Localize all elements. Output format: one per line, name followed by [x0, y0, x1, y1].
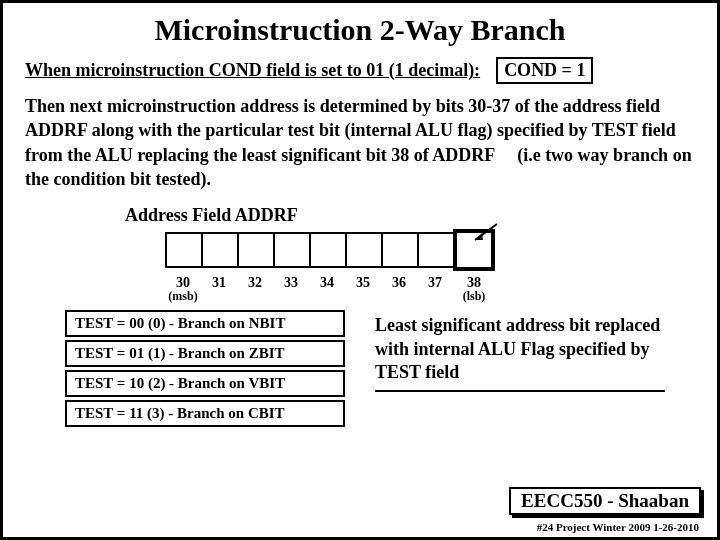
bit-cell — [345, 232, 381, 268]
bit-cell — [165, 232, 201, 268]
cond-box: COND = 1 — [496, 57, 593, 84]
arrow-to-lsb-icon — [471, 222, 505, 244]
svg-marker-1 — [475, 233, 483, 240]
cond-row: When microinstruction COND field is set … — [25, 57, 695, 84]
bit-cell — [417, 232, 453, 268]
footer-box: EECC550 - Shaaban — [509, 487, 701, 515]
when-clause: When microinstruction COND field is set … — [25, 60, 480, 81]
slide-page: Microinstruction 2-Way Branch When micro… — [0, 0, 720, 540]
bit-cells — [165, 232, 695, 271]
test-item: TEST = 10 (2) - Branch on VBIT — [65, 370, 345, 397]
bit-diagram: 30 31 32 33 34 35 36 37 38 (msb) (lsb) — [165, 232, 695, 332]
test-item: TEST = 11 (3) - Branch on CBIT — [65, 400, 345, 427]
bit-cell — [273, 232, 309, 268]
bit-sublabels: (msb) (lsb) — [165, 289, 695, 304]
lsb-label: (lsb) — [453, 289, 495, 304]
page-title: Microinstruction 2-Way Branch — [25, 13, 695, 47]
address-field-label: Address Field ADDRF — [125, 205, 695, 226]
bit-cell — [309, 232, 345, 268]
bit-cell — [237, 232, 273, 268]
body-text: Then next microinstruction address is de… — [25, 94, 695, 191]
bit-cell — [201, 232, 237, 268]
bit-cell — [381, 232, 417, 268]
footnote: #24 Project Winter 2009 1-26-2010 — [537, 521, 699, 533]
msb-label: (msb) — [165, 289, 201, 304]
test-item: TEST = 01 (1) - Branch on ZBIT — [65, 340, 345, 367]
